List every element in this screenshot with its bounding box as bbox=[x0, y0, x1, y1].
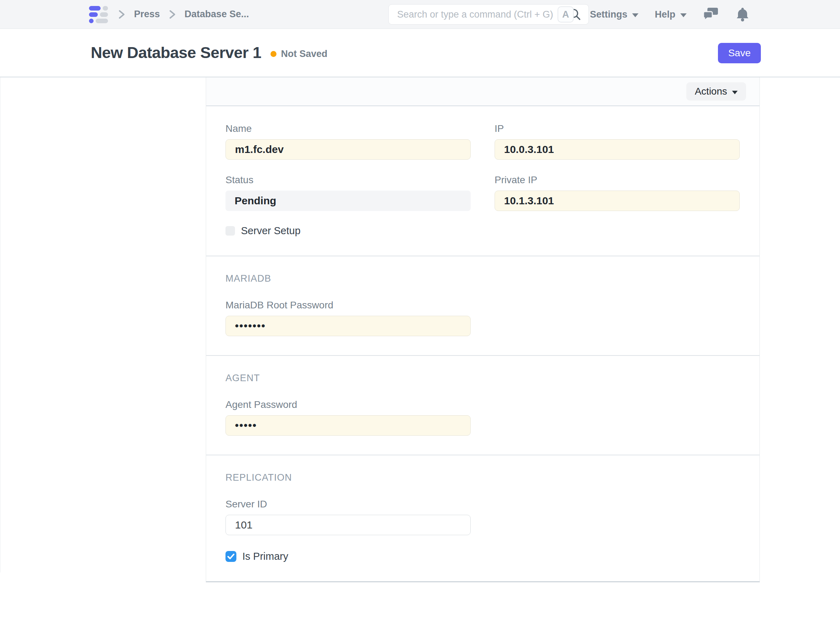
breadcrumb-item-press[interactable]: Press bbox=[134, 9, 160, 20]
avatar[interactable]: A bbox=[557, 6, 574, 22]
unsaved-indicator-label: Not Saved bbox=[281, 49, 327, 60]
section-replication: REPLICATION Server ID Is Primary bbox=[206, 455, 759, 581]
field-agent-password: Agent Password bbox=[226, 399, 471, 435]
server-setup-checkbox[interactable]: Server Setup bbox=[226, 225, 300, 237]
chevron-down-icon bbox=[680, 13, 687, 17]
is-primary-checkbox[interactable]: Is Primary bbox=[226, 551, 289, 562]
field-mariadb-root-password: MariaDB Root Password bbox=[226, 300, 471, 336]
notifications-bell-icon[interactable] bbox=[735, 7, 750, 22]
search-input[interactable] bbox=[397, 9, 568, 20]
chevron-down-icon bbox=[732, 91, 737, 94]
checkbox-checked-icon bbox=[226, 551, 236, 562]
field-ip-label: IP bbox=[494, 123, 740, 134]
mariadb-root-password-label: MariaDB Root Password bbox=[226, 300, 471, 311]
field-name-label: Name bbox=[226, 123, 471, 134]
section-agent: AGENT Agent Password bbox=[206, 356, 759, 455]
name-input[interactable] bbox=[226, 139, 471, 159]
navbar-right: A Settings Help bbox=[557, 0, 750, 29]
chat-icon[interactable] bbox=[703, 7, 719, 22]
server-id-label: Server ID bbox=[226, 499, 471, 510]
field-server-id: Server ID bbox=[226, 499, 471, 535]
save-button[interactable]: Save bbox=[718, 43, 761, 63]
chevron-right-icon bbox=[118, 8, 126, 21]
mariadb-root-password-input[interactable] bbox=[226, 316, 471, 336]
breadcrumb-item-database-servers[interactable]: Database Se... bbox=[185, 9, 249, 20]
is-primary-label: Is Primary bbox=[242, 551, 289, 562]
help-menu[interactable]: Help bbox=[655, 9, 687, 20]
page-header: New Database Server 1 Not Saved Save bbox=[0, 29, 840, 77]
field-status-label: Status bbox=[226, 174, 471, 186]
server-id-input[interactable] bbox=[226, 515, 471, 535]
agent-password-label: Agent Password bbox=[226, 399, 471, 410]
section-replication-heading: REPLICATION bbox=[226, 472, 740, 483]
field-name: Name bbox=[226, 123, 471, 159]
section-basic: Name IP Status Pending Private IP Server… bbox=[206, 106, 759, 256]
field-ip: IP bbox=[494, 123, 740, 159]
navbar: Press Database Se... A Settings Help bbox=[0, 0, 840, 29]
field-status: Status Pending bbox=[226, 174, 471, 211]
left-edge-divider bbox=[0, 77, 0, 573]
section-mariadb: MARIADB MariaDB Root Password bbox=[206, 256, 759, 356]
settings-menu[interactable]: Settings bbox=[590, 9, 639, 20]
chevron-right-icon bbox=[169, 8, 176, 21]
section-agent-heading: AGENT bbox=[226, 373, 740, 383]
page-title: New Database Server 1 bbox=[91, 44, 261, 62]
agent-password-input[interactable] bbox=[226, 415, 471, 435]
form-container: Actions Name IP Status Pending Private I… bbox=[206, 77, 760, 582]
breadcrumb: Press Database Se... bbox=[118, 8, 249, 21]
actions-button[interactable]: Actions bbox=[686, 82, 746, 101]
status-value: Pending bbox=[226, 191, 471, 211]
app-logo-icon[interactable] bbox=[89, 6, 108, 23]
checkbox-unchecked-icon bbox=[226, 226, 235, 235]
section-mariadb-heading: MARIADB bbox=[226, 273, 740, 284]
form-toolbar: Actions bbox=[206, 77, 759, 106]
field-private-ip: Private IP bbox=[494, 174, 740, 211]
private-ip-input[interactable] bbox=[494, 191, 740, 211]
server-setup-label: Server Setup bbox=[241, 225, 300, 237]
chevron-down-icon bbox=[632, 13, 638, 17]
unsaved-dot-icon bbox=[270, 51, 276, 57]
unsaved-indicator: Not Saved bbox=[270, 49, 327, 60]
ip-input[interactable] bbox=[494, 139, 740, 159]
field-private-ip-label: Private IP bbox=[494, 174, 740, 186]
